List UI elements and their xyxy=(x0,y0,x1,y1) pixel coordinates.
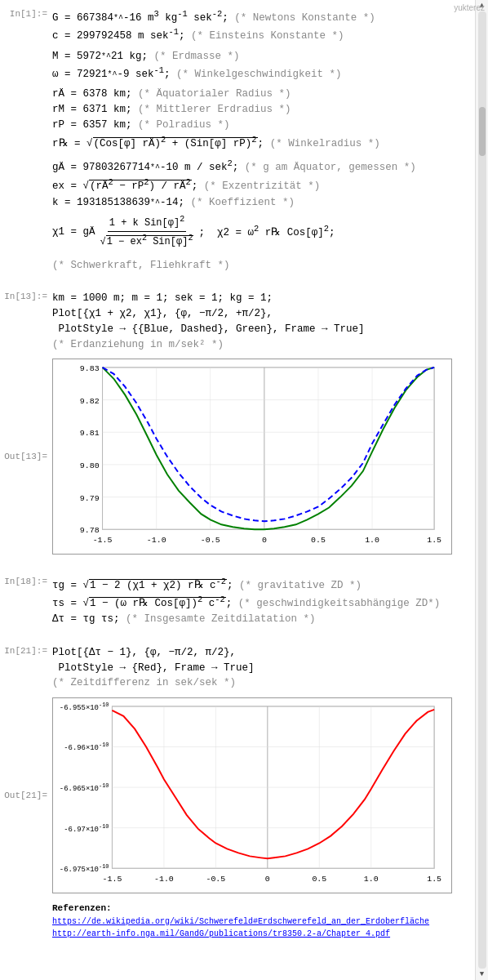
svg-text:-1.5: -1.5 xyxy=(103,875,122,884)
cell-content-1[interactable]: G = 667384*^-16 m3 kg-1 sek-2; (* Newton… xyxy=(52,8,488,273)
svg-rect-0 xyxy=(103,368,435,529)
output-cell-13: Out[13]= xyxy=(3,354,488,559)
references-section: Referenzen: https://de.wikipedia.org/wik… xyxy=(3,898,488,940)
cell-content-13[interactable]: km = 1000 m; m = 1; sek = 1; kg = 1; Plo… xyxy=(52,291,488,352)
svg-text:-6.975×10-10: -6.975×10-10 xyxy=(60,863,109,874)
code-line: Plot[{χ1 + χ2, χ1}, {φ, −π/2, +π/2}, xyxy=(52,306,473,322)
svg-text:0: 0 xyxy=(265,875,270,884)
svg-text:1.5: 1.5 xyxy=(427,536,441,545)
code-line: τg = √1 − 2 (χ1 + χ2) r℞ c-2; (* gravita… xyxy=(52,576,473,594)
svg-text:9.78: 9.78 xyxy=(80,527,100,536)
code-line: PlotStyle → {Red}, Frame → True] xyxy=(52,661,473,676)
code-line: k = 193185138639*^-14; (* Koeffizient *) xyxy=(52,195,473,211)
code-line: gÄ = 97803267714*^-10 m / sek2; (* g am … xyxy=(52,158,473,176)
code-line: τs = √1 − (ω r℞ Cos[φ])2 c-2; (* geschwi… xyxy=(52,594,473,612)
output-cell-21: Out[21]= xyxy=(3,693,488,898)
cell-label-21: In[21]:= xyxy=(3,645,52,691)
comment-line: (* Schwerkraft, Fliehkraft *) xyxy=(52,258,473,274)
svg-text:-1.0: -1.0 xyxy=(147,536,166,545)
plot2-svg: -6.955×10-10 -6.96×10-10 -6.965×10-10 -6… xyxy=(52,697,452,893)
svg-text:0.5: 0.5 xyxy=(312,875,326,884)
references-title: Referenzen: xyxy=(52,902,488,915)
scroll-down-button[interactable]: ▼ xyxy=(477,970,487,978)
svg-text:-6.965×10-10: -6.965×10-10 xyxy=(60,782,109,793)
out-label-13: Out[13]= xyxy=(3,354,52,559)
cell-content-21[interactable]: Plot[{Δτ − 1}, {φ, −π/2, π/2}, PlotStyle… xyxy=(52,645,488,691)
input-cell-1: In[1]:= G = 667384*^-16 m3 kg-1 sek-2; (… xyxy=(3,3,488,273)
code-line: rP = 6357 km; (* Polradius *) xyxy=(52,118,473,133)
svg-text:-6.955×10-10: -6.955×10-10 xyxy=(60,702,109,712)
input-cell-21: In[21]:= Plot[{Δτ − 1}, {φ, −π/2, π/2}, … xyxy=(3,640,488,691)
code-line: (* Erdanziehung in m/sek² *) xyxy=(52,337,473,353)
scrollbar-track[interactable] xyxy=(478,11,486,969)
svg-text:9.83: 9.83 xyxy=(80,364,100,373)
svg-text:1.0: 1.0 xyxy=(365,536,379,545)
out-label-21: Out[21]= xyxy=(3,693,52,898)
cell-label-1: In[1]:= xyxy=(3,8,52,273)
code-line: rM = 6371 km; (* Mittlerer Erdradius *) xyxy=(52,102,473,118)
plot1-container: 9.83 9.82 9.81 9.80 9.79 9.78 -1.5 -1.0 … xyxy=(52,354,488,559)
watermark-text: yukterez xyxy=(454,3,485,12)
svg-text:-1.5: -1.5 xyxy=(93,536,113,545)
svg-text:9.82: 9.82 xyxy=(80,397,100,406)
svg-text:9.80: 9.80 xyxy=(80,461,100,470)
code-line: G = 667384*^-16 m3 kg-1 sek-2; (* Newton… xyxy=(52,8,473,26)
svg-text:-0.5: -0.5 xyxy=(201,536,220,545)
svg-text:0.5: 0.5 xyxy=(311,536,326,545)
svg-text:1.5: 1.5 xyxy=(427,875,441,884)
cell-label-18: In[18]:= xyxy=(3,576,52,627)
reference-link-1[interactable]: https://de.wikipedia.org/wiki/Schwerefel… xyxy=(52,915,488,928)
code-line: c = 299792458 m sek-1; (* Einsteins Kons… xyxy=(52,26,473,44)
code-line: km = 1000 m; m = 1; sek = 1; kg = 1; xyxy=(52,291,473,306)
cell-label-13: In[13]:= xyxy=(3,291,52,352)
code-line: M = 5972*^21 kg; (* Erdmasse *) xyxy=(52,49,473,65)
svg-text:1.0: 1.0 xyxy=(364,875,379,884)
plot1-svg: 9.83 9.82 9.81 9.80 9.79 9.78 -1.5 -1.0 … xyxy=(52,359,452,555)
reference-link-2[interactable]: http://earth-info.nga.mil/GandG/publicat… xyxy=(52,928,488,940)
svg-text:-6.96×10-10: -6.96×10-10 xyxy=(64,742,109,753)
plot2-container: -6.955×10-10 -6.96×10-10 -6.965×10-10 -6… xyxy=(52,693,488,898)
code-line: PlotStyle → {{Blue, Dashed}, Green}, Fra… xyxy=(52,322,473,337)
code-line: Plot[{Δτ − 1}, {φ, −π/2, π/2}, xyxy=(52,645,473,661)
input-cell-13: In[13]:= km = 1000 m; m = 1; sek = 1; kg… xyxy=(3,286,488,352)
svg-text:9.79: 9.79 xyxy=(80,494,100,503)
scrollbar[interactable]: ▲ ▼ xyxy=(475,0,488,980)
svg-text:-0.5: -0.5 xyxy=(206,875,225,884)
code-line: ex = √(rÄ2 − rP2) / rÄ2; (* Exzentrizitä… xyxy=(52,176,473,195)
input-cell-18: In[18]:= τg = √1 − 2 (χ1 + χ2) r℞ c-2; (… xyxy=(3,571,488,627)
code-line: Δτ = τg τs; (* Insgesamte Zeitdilatation… xyxy=(52,612,473,627)
code-line: ω = 72921*^-9 sek-1; (* Winkelgeschwindi… xyxy=(52,65,473,82)
scrollbar-thumb[interactable] xyxy=(479,107,486,156)
svg-text:0: 0 xyxy=(262,536,267,545)
cell-content-18[interactable]: τg = √1 − 2 (χ1 + χ2) r℞ c-2; (* gravita… xyxy=(52,576,488,627)
chi-formula: χ1 = gÄ 1 + k Sin[φ]2 √1 − ex2 Sin[φ]2 ;… xyxy=(52,213,473,250)
code-line: (* Zeitdifferenz in sek/sek *) xyxy=(52,675,473,691)
svg-text:-6.97×10-10: -6.97×10-10 xyxy=(64,823,109,834)
svg-text:-1.0: -1.0 xyxy=(154,875,174,884)
svg-text:9.81: 9.81 xyxy=(80,430,100,439)
code-line: r℞ = √(Cos[φ] rÄ)2 + (Sin[φ] rP)2; (* Wi… xyxy=(52,133,473,153)
code-line: rÄ = 6378 km; (* Äquatorialer Radius *) xyxy=(52,87,473,102)
